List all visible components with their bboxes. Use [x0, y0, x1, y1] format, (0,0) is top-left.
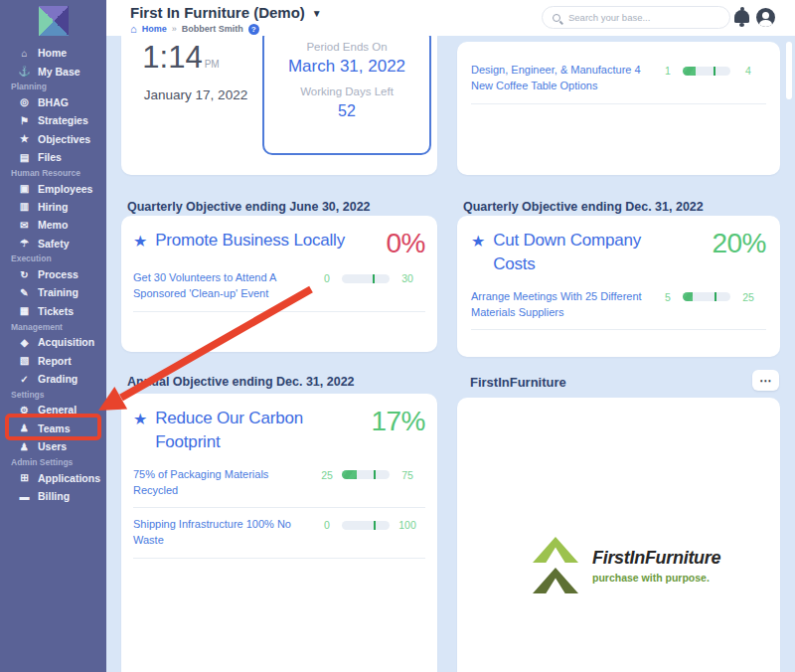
- objective-card-promote-business: ★Promote Business Locally 0% Get 30 Volu…: [121, 216, 437, 352]
- sidebar-item-label: Acquisition: [38, 336, 94, 348]
- sidebar-item-memo[interactable]: ✉Memo: [0, 216, 106, 234]
- sidebar-section-planning: Planning: [0, 81, 106, 93]
- kr-min-value: 0: [312, 272, 342, 284]
- sidebar-section-management: Management: [0, 320, 106, 333]
- sidebar-item-process[interactable]: ↻Process: [0, 265, 106, 283]
- sidebar-item-billing[interactable]: ▬Billing: [0, 487, 106, 505]
- sidebar-item-general[interactable]: ⚙General: [0, 401, 106, 419]
- kr-max-value: 75: [390, 469, 425, 481]
- kr-max-value: 25: [730, 291, 766, 303]
- sidebar-item-label: BHAG: [38, 96, 69, 108]
- section-heading-quarterly-june: Quarterly Objective ending June 30, 2022: [127, 200, 371, 214]
- brand-name: FirstInFurniture: [592, 548, 720, 569]
- sidebar-item-strategies[interactable]: ⚑Strategies: [0, 111, 106, 129]
- sidebar-item-hiring[interactable]: ▥Hiring: [0, 198, 106, 216]
- sidebar-item-my-base[interactable]: ⚓My Base: [0, 62, 106, 80]
- key-result-row: Shipping Infrastructure 100% No Waste 0 …: [133, 517, 425, 559]
- objective-title[interactable]: ★Reduce Our Carbon Footprint: [133, 407, 322, 454]
- section-heading-quarterly-dec: Quarterly Objective ending Dec. 31, 2022: [463, 200, 704, 214]
- working-days-value: 52: [264, 102, 429, 120]
- clock-card: 1:14PM January 17, 2022 Period Ends On M…: [121, 36, 437, 175]
- notification-bell-icon[interactable]: [734, 10, 749, 23]
- key-result-link[interactable]: Design, Engineer, & Manufacture 4 New Co…: [471, 63, 653, 94]
- sidebar-item-grading[interactable]: ✓Grading: [0, 370, 106, 388]
- sidebar-item-label: Safety: [38, 238, 70, 250]
- sidebar-item-bhag[interactable]: ◎BHAG: [0, 93, 106, 111]
- file-icon: ▤: [17, 152, 32, 163]
- app-logo-icon[interactable]: [39, 6, 69, 36]
- key-result-link[interactable]: 75% of Packaging Materials Recycled: [133, 467, 312, 499]
- search-icon: [553, 14, 560, 22]
- kr-min-value: 0: [312, 519, 342, 531]
- flag-icon: ⚑: [17, 115, 32, 126]
- period-ends-label: Period Ends On: [264, 41, 429, 53]
- ticket-icon: ▦: [17, 305, 32, 316]
- sidebar-item-label: Objectives: [38, 133, 90, 145]
- sidebar-item-training[interactable]: ✎Training: [0, 283, 106, 301]
- key-result-link[interactable]: Shipping Infrastructure 100% No Waste: [133, 517, 312, 549]
- sidebar-item-files[interactable]: ▤Files: [0, 148, 106, 166]
- sidebar-item-users[interactable]: ♟Users: [0, 437, 106, 455]
- period-end-date: March 31, 2022: [264, 57, 429, 77]
- objective-card-carbon-footprint: ★Reduce Our Carbon Footprint 17% 75% of …: [121, 394, 437, 672]
- sidebar-item-home[interactable]: ⌂Home: [0, 44, 106, 62]
- sidebar-item-report[interactable]: ▧Report: [0, 351, 106, 369]
- progress-tick: [374, 470, 376, 479]
- user-icon: ♟: [17, 441, 32, 452]
- target-icon: ◎: [17, 96, 32, 107]
- brand-card: FirstInFurniture purchase with purpose.: [457, 398, 780, 672]
- user-avatar-icon[interactable]: [756, 8, 775, 27]
- key-result-row: 75% of Packaging Materials Recycled 25 7…: [133, 467, 425, 509]
- objective-title[interactable]: ★Cut Down Company Costs: [471, 229, 646, 276]
- section-heading-brand: FirstInFurniture: [470, 375, 566, 390]
- app-root: ⌂Home ⚓My Base Planning ◎BHAG ⚑Strategie…: [0, 0, 795, 672]
- grid-icon: ⊞: [17, 472, 32, 483]
- progress-bar: [683, 292, 730, 301]
- scrollbar-thumb[interactable]: [786, 42, 792, 99]
- sidebar-item-employees[interactable]: ▣Employees: [0, 179, 106, 197]
- sidebar-item-applications[interactable]: ⊞Applications: [0, 468, 106, 486]
- base-title-dropdown[interactable]: First In Furniture (Demo) ▼: [130, 4, 322, 21]
- sidebar-item-label: General: [38, 404, 77, 416]
- pencil-icon: ✓: [17, 374, 32, 385]
- sidebar-item-label: My Base: [38, 66, 80, 78]
- sidebar-item-acquisition[interactable]: ◈Acquisition: [0, 333, 106, 351]
- card-menu-button[interactable]: ⋯: [752, 370, 779, 391]
- sidebar-section-human-resource: Human Resource: [0, 166, 106, 179]
- key-result-link[interactable]: Arrange Meetings With 25 Different Mater…: [471, 289, 653, 321]
- key-result-meter: 25 75: [312, 469, 425, 481]
- sidebar-section-settings: Settings: [0, 388, 106, 401]
- kr-min-value: 5: [653, 291, 683, 303]
- breadcrumb-home-link[interactable]: Home: [142, 24, 167, 34]
- objective-card-cut-costs: ★Cut Down Company Costs 20% Arrange Meet…: [457, 216, 780, 357]
- objective-title[interactable]: ★Promote Business Locally: [133, 229, 345, 252]
- progress-fill: [683, 292, 693, 301]
- sidebar-item-teams[interactable]: ♟Teams: [0, 420, 106, 437]
- progress-bar: [683, 67, 730, 76]
- sidebar-item-label: Applications: [38, 472, 100, 484]
- star-icon: ★: [471, 231, 485, 276]
- main-content: 1:14PM January 17, 2022 Period Ends On M…: [106, 36, 795, 672]
- sidebar-item-tickets[interactable]: ▦Tickets: [0, 302, 106, 320]
- breadcrumb-separator: »: [172, 24, 177, 34]
- progress-tick: [373, 274, 375, 283]
- kr-max-value: 100: [390, 519, 425, 531]
- sidebar-section-admin-settings: Admin Settings: [0, 455, 106, 468]
- top-bar: First In Furniture (Demo) ▼ ⌂ Home » Bob…: [106, 0, 795, 36]
- sidebar-item-safety[interactable]: ☂Safety: [0, 235, 106, 252]
- anchor-icon: ⚓: [17, 66, 32, 77]
- sidebar-item-objectives[interactable]: ★Objectives: [0, 130, 106, 148]
- search-input[interactable]: [566, 11, 719, 24]
- gear-icon: ⚙: [17, 405, 32, 416]
- kr-max-value: 4: [730, 65, 766, 77]
- sidebar-item-label: Home: [38, 47, 67, 59]
- chevron-logo-icon: [533, 537, 578, 593]
- key-result-link[interactable]: Get 30 Volunteers to Attend A Sponsored …: [133, 270, 312, 302]
- key-result-row: Design, Engineer, & Manufacture 4 New Co…: [471, 63, 766, 104]
- key-result-row: Arrange Meetings With 25 Different Mater…: [471, 289, 766, 331]
- progress-fill: [342, 470, 357, 479]
- sidebar-item-label: Tickets: [38, 305, 74, 317]
- help-icon[interactable]: ?: [248, 24, 259, 35]
- breadcrumb-current: Bobbert Smith: [182, 24, 243, 34]
- credit-card-icon: ▬: [17, 491, 32, 502]
